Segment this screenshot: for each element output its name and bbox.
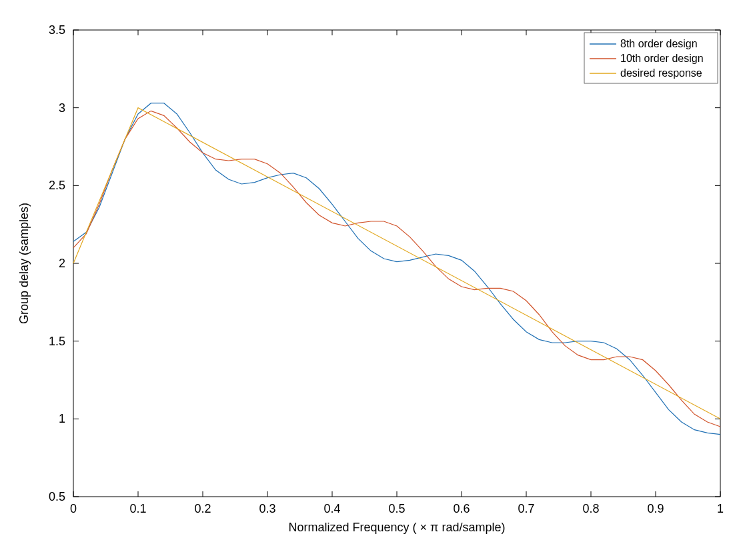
x-axis-label: Normalized Frequency ( × π rad/sample)	[288, 521, 505, 534]
x-tick-label: 0.3	[259, 502, 275, 515]
x-tick-label: 0	[70, 502, 77, 515]
legend-label: desired response	[620, 67, 702, 79]
y-axis-label: Group delay (samples)	[17, 203, 31, 324]
y-tick-label: 2.5	[49, 179, 65, 192]
y-tick-label: 1.5	[49, 335, 65, 348]
x-tick-label: 0.7	[518, 502, 534, 515]
y-tick-label: 3.5	[49, 23, 65, 37]
y-ticks: 0.511.522.533.5	[49, 23, 720, 503]
x-ticks: 00.10.20.30.40.50.60.70.80.91	[70, 30, 724, 515]
chart-container: 00.10.20.30.40.50.60.70.80.91 0.511.522.…	[0, 0, 747, 560]
x-tick-label: 0.4	[323, 502, 340, 515]
legend: 8th order design10th order designdesired…	[584, 33, 718, 83]
chart-svg: 00.10.20.30.40.50.60.70.80.91 0.511.522.…	[0, 0, 747, 560]
x-tick-label: 0.1	[129, 502, 146, 515]
legend-label: 8th order design	[620, 38, 698, 49]
plot-border	[73, 30, 720, 497]
y-tick-label: 3	[59, 101, 65, 115]
y-tick-label: 2	[59, 257, 65, 270]
series-group	[73, 103, 720, 435]
y-tick-label: 0.5	[49, 490, 65, 503]
x-tick-label: 0.8	[582, 502, 599, 515]
x-tick-label: 0.6	[453, 502, 470, 515]
x-tick-label: 0.9	[647, 502, 664, 515]
series-line-3	[73, 108, 720, 419]
series-line-1	[73, 103, 720, 435]
y-tick-label: 1	[59, 412, 65, 425]
series-line-2	[73, 111, 720, 427]
legend-label: 10th order design	[620, 53, 704, 64]
x-tick-label: 0.5	[388, 502, 405, 515]
x-tick-label: 1	[717, 502, 724, 515]
x-tick-label: 0.2	[194, 502, 211, 515]
